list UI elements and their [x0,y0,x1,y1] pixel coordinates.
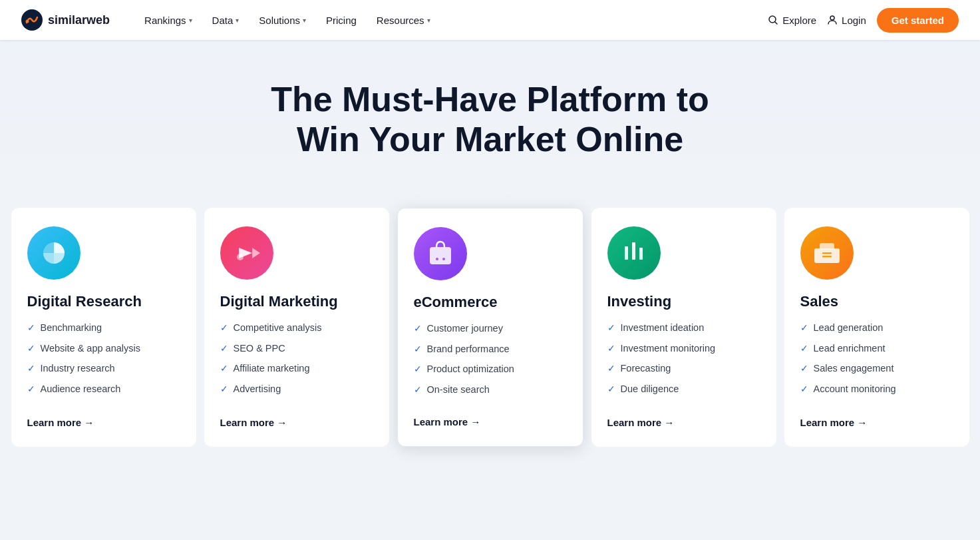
check-icon: ✓ [800,362,808,376]
logo-icon [21,9,43,31]
check-icon: ✓ [800,322,808,335]
svg-point-10 [436,258,438,260]
chevron-down-icon: ▾ [427,17,430,24]
hero-section: The Must-Have Platform to Win Your Marke… [0,40,980,208]
sales-learn-more[interactable]: Learn more → [800,417,953,428]
card-investing: Investing✓Investment ideation✓Investment… [591,208,776,447]
nav-pricing[interactable]: Pricing [318,11,365,30]
list-item: ✓Affiliate marketing [220,362,373,376]
ecommerce-learn-more[interactable]: Learn more → [414,416,567,427]
ecommerce-items: ✓Customer journey✓Brand performance✓Prod… [414,322,567,403]
nav-solutions[interactable]: Solutions ▾ [251,11,314,30]
svg-rect-12 [625,249,628,260]
list-item: ✓Industry research [27,362,180,376]
list-item: ✓Benchmarking [27,321,180,335]
user-icon [827,15,838,25]
check-icon: ✓ [607,322,615,335]
sales-items: ✓Lead generation✓Lead enrichment✓Sales e… [800,321,953,404]
check-icon: ✓ [27,362,35,376]
check-icon: ✓ [607,342,615,356]
svg-line-3 [775,22,777,24]
sales-icon [800,226,854,280]
check-icon: ✓ [800,383,808,396]
check-icon: ✓ [27,383,35,396]
svg-rect-14 [632,245,635,260]
check-icon: ✓ [220,383,228,396]
check-icon: ✓ [27,342,35,356]
card-sales: Sales✓Lead generation✓Lead enrichment✓Sa… [784,208,969,447]
search-icon [768,15,778,25]
logo-text: similarweb [48,13,110,27]
investing-items: ✓Investment ideation✓Investment monitori… [607,321,760,404]
check-icon: ✓ [414,322,422,336]
check-icon: ✓ [220,322,228,335]
svg-rect-16 [639,250,643,260]
check-icon: ✓ [414,363,422,376]
svg-point-11 [442,258,445,260]
digital-marketing-learn-more[interactable]: Learn more → [220,417,373,428]
svg-rect-13 [625,246,628,250]
check-icon: ✓ [220,342,228,356]
check-icon: ✓ [800,342,808,356]
list-item: ✓Audience research [27,382,180,396]
nav-rankings[interactable]: Rankings ▾ [136,11,200,30]
svg-rect-17 [639,248,643,251]
get-started-button[interactable]: Get started [877,8,959,33]
list-item: ✓Sales engagement [800,362,953,376]
card-digital-marketing: Digital Marketing✓Competitive analysis✓S… [204,208,389,447]
investing-icon [607,226,661,280]
svg-marker-7 [252,248,260,258]
navbar: similarweb Rankings ▾ Data ▾ Solutions ▾… [0,0,980,40]
list-item: ✓Due diligence [607,382,760,396]
svg-point-1 [26,20,29,23]
chevron-down-icon: ▾ [189,17,192,24]
card-digital-research: Digital Research✓Benchmarking✓Website & … [11,208,196,447]
check-icon: ✓ [27,322,35,335]
nav-explore[interactable]: Explore [768,15,816,26]
check-icon: ✓ [220,362,228,376]
list-item: ✓Forecasting [607,362,760,376]
check-icon: ✓ [607,362,615,376]
nav-resources[interactable]: Resources ▾ [369,11,438,30]
list-item: ✓Investment monitoring [607,342,760,356]
cards-section: Digital Research✓Benchmarking✓Website & … [0,208,980,487]
svg-rect-20 [822,252,832,254]
nav-login[interactable]: Login [827,15,866,26]
hero-title: The Must-Have Platform to Win Your Marke… [238,80,743,160]
digital-research-items: ✓Benchmarking✓Website & app analysis✓Ind… [27,321,180,404]
sales-title: Sales [800,293,953,310]
investing-learn-more[interactable]: Learn more → [607,417,760,428]
list-item: ✓Brand performance [414,342,567,356]
list-item: ✓Lead generation [800,321,953,335]
list-item: ✓SEO & PPC [220,342,373,356]
list-item: ✓Competitive analysis [220,321,373,335]
digital-research-learn-more[interactable]: Learn more → [27,417,180,428]
list-item: ✓Investment ideation [607,321,760,335]
list-item: ✓Account monitoring [800,382,953,396]
svg-point-8 [237,254,244,260]
cards-grid: Digital Research✓Benchmarking✓Website & … [11,208,969,447]
ecommerce-title: eCommerce [414,294,567,311]
list-item: ✓On-site search [414,383,567,397]
list-item: ✓Advertising [220,382,373,396]
card-ecommerce: eCommerce✓Customer journey✓Brand perform… [397,208,583,447]
check-icon: ✓ [414,343,422,356]
digital-marketing-icon [220,226,273,280]
svg-rect-19 [820,243,834,250]
list-item: ✓Product optimization [414,362,567,376]
svg-rect-21 [822,256,832,258]
check-icon: ✓ [607,383,615,396]
digital-research-icon [27,226,81,280]
svg-point-4 [830,16,834,20]
chevron-down-icon: ▾ [303,17,306,24]
nav-right: Explore Login Get started [768,8,959,33]
nav-data[interactable]: Data ▾ [204,11,247,30]
svg-rect-15 [632,242,635,246]
logo[interactable]: similarweb [21,9,110,31]
nav-links: Rankings ▾ Data ▾ Solutions ▾ Pricing Re… [136,11,768,30]
check-icon: ✓ [414,384,422,397]
list-item: ✓Lead enrichment [800,342,953,356]
investing-title: Investing [607,293,760,310]
list-item: ✓Website & app analysis [27,342,180,356]
list-item: ✓Customer journey [414,322,567,336]
